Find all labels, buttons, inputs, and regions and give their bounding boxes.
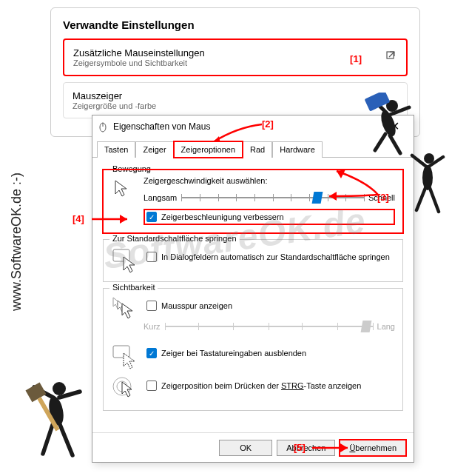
pointer-speed-icon	[111, 176, 136, 204]
annotation-1: [1]	[350, 53, 362, 64]
trail-label: Mausspur anzeigen	[161, 301, 232, 310]
pointer-trail-icon	[111, 295, 136, 323]
ok-button[interactable]: OK	[219, 440, 272, 456]
ctrl-locate-checkbox[interactable]	[146, 381, 157, 391]
annotation-2: [2]	[262, 118, 274, 130]
additional-mouse-settings-card[interactable]: Zusätzliche Mauseinstellungen Zeigersymb…	[63, 38, 408, 76]
snap-checkbox-row[interactable]: In Dialogfeldern automatisch zur Standar…	[144, 249, 393, 265]
figure-decoration-bottom	[13, 374, 95, 470]
snap-icon	[111, 246, 136, 274]
svg-point-13	[47, 395, 66, 427]
trail-checkbox-row[interactable]: Mausspur anzeigen	[144, 298, 395, 314]
dialog-title: Eigenschaften von Maus	[113, 121, 379, 132]
slider-thumb[interactable]	[311, 192, 323, 204]
cancel-button[interactable]: Abbrechen	[277, 440, 335, 456]
annotation-3: [3]	[377, 192, 389, 203]
svg-point-11	[422, 165, 433, 190]
ctrl-locate-icon	[111, 375, 136, 403]
card-title: Zusätzliche Mauseinstellungen	[73, 47, 397, 58]
svg-point-12	[53, 382, 66, 395]
card-subtitle: Zeigergröße und -farbe	[72, 101, 398, 110]
hide-pointer-label: Zeiger bei Tastatureingaben ausblenden	[161, 349, 306, 358]
pointer-precision-checkbox[interactable]: ✓	[146, 212, 157, 222]
group-label: Sichtbarkeit	[109, 283, 158, 292]
card-subtitle: Zeigersymbole und Sichtbarkeit	[73, 58, 397, 67]
snap-checkbox[interactable]	[146, 252, 157, 262]
long-label: Lang	[377, 322, 395, 331]
mouse-icon	[97, 121, 109, 133]
mouse-properties-dialog: Eigenschaften von Maus ✕ Tasten Zeiger Z…	[92, 115, 414, 463]
hide-pointer-checkbox[interactable]: ✓	[146, 348, 157, 358]
ctrl-locate-row[interactable]: Zeigerposition beim Drücken der STRG-Tas…	[144, 378, 364, 394]
card-title: Mauszeiger	[72, 90, 398, 101]
svg-rect-14	[25, 383, 46, 403]
side-url-text: www.SoftwareOK.de :-)	[9, 172, 24, 311]
group-label: Zur Standardschaltfläche springen	[109, 234, 240, 243]
dialog-button-bar: OK Abbrechen Übernehmen	[92, 432, 414, 462]
apply-button[interactable]: Übernehmen	[340, 440, 406, 456]
pointer-speed-slider[interactable]	[181, 190, 364, 206]
slider-thumb-disabled	[361, 321, 372, 332]
tab-zeigeroptionen[interactable]: Zeigeroptionen	[174, 141, 243, 158]
svg-rect-9	[365, 93, 391, 111]
short-label: Kurz	[144, 322, 161, 331]
group-bewegung: Bewegung Zeigergeschwindigkeit auswählen…	[103, 170, 403, 233]
pointer-precision-row[interactable]: ✓ Zeigerbeschleunigung verbessern	[144, 209, 395, 225]
group-label: Bewegung	[109, 164, 154, 173]
group-sichtbarkeit: Sichtbarkeit Mausspur anzeigen Kurz	[103, 288, 403, 411]
trail-length-slider	[165, 318, 373, 335]
hide-pointer-icon	[111, 342, 136, 370]
group-snap: Zur Standardschaltfläche springen In Dia…	[103, 239, 403, 282]
tab-tasten[interactable]: Tasten	[97, 141, 135, 158]
tab-zeiger[interactable]: Zeiger	[135, 141, 173, 158]
figure-decoration-right	[403, 148, 455, 222]
tab-hardware[interactable]: Hardware	[272, 141, 323, 158]
speed-label: Zeigergeschwindigkeit auswählen:	[144, 176, 395, 185]
panel-title: Verwandte Einstellungen	[63, 19, 408, 31]
dialog-body: Bewegung Zeigergeschwindigkeit auswählen…	[92, 158, 414, 417]
svg-rect-0	[387, 52, 394, 58]
slow-label: Langsam	[144, 193, 177, 202]
trail-checkbox[interactable]	[146, 301, 157, 311]
annotation-5: [5]	[294, 442, 306, 453]
tab-rad[interactable]: Rad	[243, 141, 272, 158]
snap-label: In Dialogfeldern automatisch zur Standar…	[161, 252, 390, 261]
annotation-4: [4]	[72, 213, 84, 224]
pointer-precision-label: Zeigerbeschleunigung verbessern	[161, 212, 284, 221]
external-link-icon	[385, 50, 396, 64]
ctrl-locate-label: Zeigerposition beim Drücken der STRG-Tas…	[161, 381, 361, 390]
hide-pointer-row[interactable]: ✓ Zeiger bei Tastatureingaben ausblenden	[144, 345, 309, 361]
